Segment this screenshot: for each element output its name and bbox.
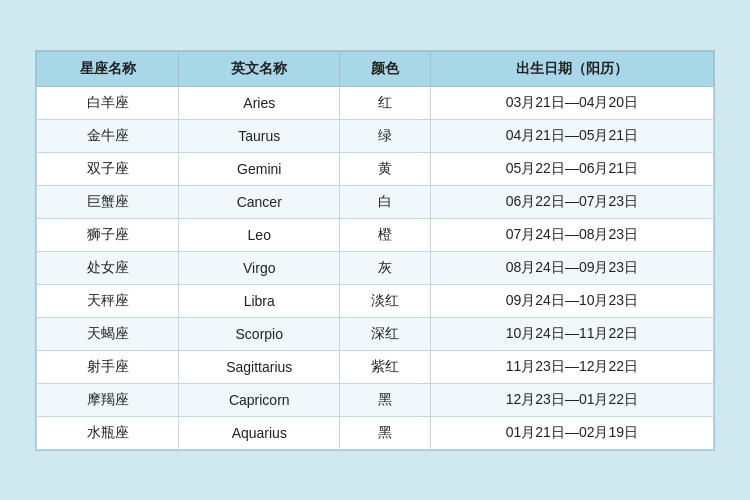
cell-r3-c1: Cancer — [179, 185, 340, 218]
cell-r1-c2: 绿 — [340, 119, 431, 152]
cell-r9-c3: 12月23日—01月22日 — [430, 383, 713, 416]
table-row: 水瓶座Aquarius黑01月21日—02月19日 — [37, 416, 714, 449]
cell-r10-c2: 黑 — [340, 416, 431, 449]
cell-r4-c1: Leo — [179, 218, 340, 251]
cell-r6-c0: 天秤座 — [37, 284, 179, 317]
cell-r10-c0: 水瓶座 — [37, 416, 179, 449]
table-row: 天蝎座Scorpio深红10月24日—11月22日 — [37, 317, 714, 350]
table-row: 金牛座Taurus绿04月21日—05月21日 — [37, 119, 714, 152]
cell-r2-c2: 黄 — [340, 152, 431, 185]
header-col-1: 英文名称 — [179, 51, 340, 86]
cell-r5-c0: 处女座 — [37, 251, 179, 284]
table-row: 双子座Gemini黄05月22日—06月21日 — [37, 152, 714, 185]
cell-r10-c3: 01月21日—02月19日 — [430, 416, 713, 449]
cell-r6-c2: 淡红 — [340, 284, 431, 317]
cell-r5-c3: 08月24日—09月23日 — [430, 251, 713, 284]
cell-r9-c0: 摩羯座 — [37, 383, 179, 416]
cell-r7-c1: Scorpio — [179, 317, 340, 350]
cell-r2-c0: 双子座 — [37, 152, 179, 185]
cell-r8-c2: 紫红 — [340, 350, 431, 383]
cell-r0-c0: 白羊座 — [37, 86, 179, 119]
table-body: 白羊座Aries红03月21日—04月20日金牛座Taurus绿04月21日—0… — [37, 86, 714, 449]
cell-r7-c0: 天蝎座 — [37, 317, 179, 350]
cell-r6-c1: Libra — [179, 284, 340, 317]
table-row: 天秤座Libra淡红09月24日—10月23日 — [37, 284, 714, 317]
cell-r7-c2: 深红 — [340, 317, 431, 350]
cell-r4-c2: 橙 — [340, 218, 431, 251]
cell-r7-c3: 10月24日—11月22日 — [430, 317, 713, 350]
table-row: 巨蟹座Cancer白06月22日—07月23日 — [37, 185, 714, 218]
cell-r1-c3: 04月21日—05月21日 — [430, 119, 713, 152]
cell-r8-c1: Sagittarius — [179, 350, 340, 383]
header-col-2: 颜色 — [340, 51, 431, 86]
cell-r3-c3: 06月22日—07月23日 — [430, 185, 713, 218]
cell-r0-c3: 03月21日—04月20日 — [430, 86, 713, 119]
cell-r5-c1: Virgo — [179, 251, 340, 284]
cell-r1-c0: 金牛座 — [37, 119, 179, 152]
table-row: 射手座Sagittarius紫红11月23日—12月22日 — [37, 350, 714, 383]
cell-r1-c1: Taurus — [179, 119, 340, 152]
cell-r9-c1: Capricorn — [179, 383, 340, 416]
cell-r2-c3: 05月22日—06月21日 — [430, 152, 713, 185]
header-col-3: 出生日期（阳历） — [430, 51, 713, 86]
cell-r4-c3: 07月24日—08月23日 — [430, 218, 713, 251]
cell-r4-c0: 狮子座 — [37, 218, 179, 251]
cell-r3-c0: 巨蟹座 — [37, 185, 179, 218]
cell-r2-c1: Gemini — [179, 152, 340, 185]
cell-r0-c2: 红 — [340, 86, 431, 119]
table-row: 处女座Virgo灰08月24日—09月23日 — [37, 251, 714, 284]
table-row: 狮子座Leo橙07月24日—08月23日 — [37, 218, 714, 251]
table-row: 白羊座Aries红03月21日—04月20日 — [37, 86, 714, 119]
zodiac-table: 星座名称英文名称颜色出生日期（阳历） 白羊座Aries红03月21日—04月20… — [36, 51, 714, 450]
zodiac-table-container: 星座名称英文名称颜色出生日期（阳历） 白羊座Aries红03月21日—04月20… — [35, 50, 715, 451]
cell-r5-c2: 灰 — [340, 251, 431, 284]
table-row: 摩羯座Capricorn黑12月23日—01月22日 — [37, 383, 714, 416]
table-header-row: 星座名称英文名称颜色出生日期（阳历） — [37, 51, 714, 86]
cell-r0-c1: Aries — [179, 86, 340, 119]
cell-r10-c1: Aquarius — [179, 416, 340, 449]
cell-r6-c3: 09月24日—10月23日 — [430, 284, 713, 317]
cell-r9-c2: 黑 — [340, 383, 431, 416]
cell-r8-c3: 11月23日—12月22日 — [430, 350, 713, 383]
cell-r3-c2: 白 — [340, 185, 431, 218]
header-col-0: 星座名称 — [37, 51, 179, 86]
cell-r8-c0: 射手座 — [37, 350, 179, 383]
